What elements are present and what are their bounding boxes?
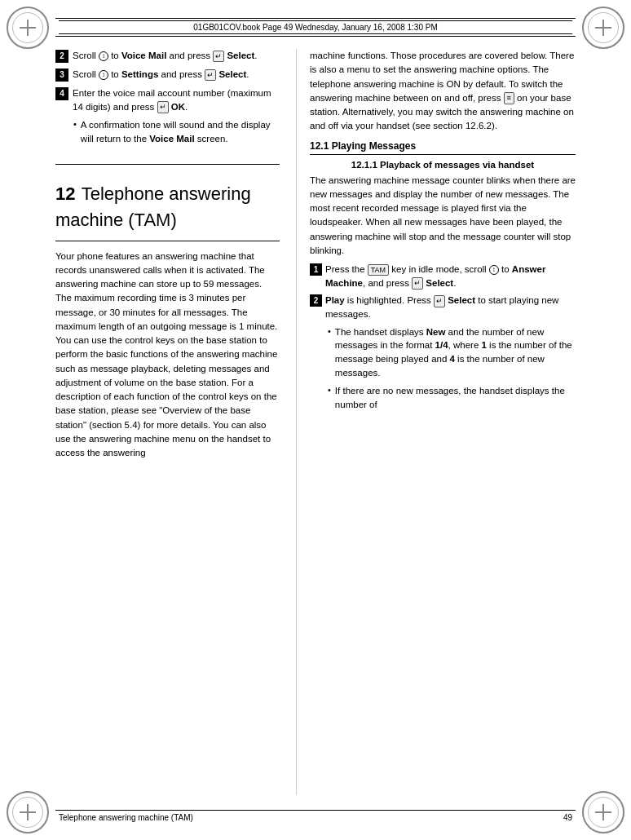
right-bullet-2: • If there are no new messages, the hand… <box>328 384 576 411</box>
right-step-2: 2 Play is highlighted. Press ↵ Select to… <box>310 294 576 321</box>
step-num-2: 2 <box>55 50 68 63</box>
right-step-num-1: 1 <box>310 263 322 276</box>
step-3: 3 Scroll ↕ to Settings and press ↵ Selec… <box>55 68 280 82</box>
right-step-2-content: Play is highlighted. Press ↵ Select to s… <box>325 294 576 321</box>
tam-key-icon: TAM <box>368 264 389 276</box>
subsection-12-1-1-heading: 12.1.1 Playback of messages via handset <box>310 160 576 170</box>
scroll-icon-r1: ↕ <box>489 265 499 275</box>
right-step-1: 1 Press the TAM key in idle mode, scroll… <box>310 263 576 290</box>
step-num-3: 3 <box>55 69 68 82</box>
subsection-12-1-1-body: The answering machine message counter bl… <box>310 174 576 259</box>
section-intro: Your phone features an answering machine… <box>55 250 280 461</box>
corner-decoration-tl <box>7 7 49 49</box>
left-column: 2 Scroll ↕ to Voice Mail and press ↵ Sel… <box>55 49 296 795</box>
header-text: 01GB01COV.book Page 49 Wednesday, Januar… <box>193 23 437 32</box>
corner-decoration-br <box>582 791 624 833</box>
right-bullet-1-text: The handset displays New and the number … <box>335 325 576 380</box>
scroll-icon: ↕ <box>99 51 108 61</box>
right-step-num-2: 2 <box>310 294 322 307</box>
select-icon-4a: ↵ <box>157 101 169 113</box>
step-4-content: Enter the voice mail account number (max… <box>73 86 280 113</box>
right-step-1-content: Press the TAM key in idle mode, scroll ↕… <box>325 263 576 290</box>
step-4-bullet-text: A confirmation tone will sound and the d… <box>81 118 280 145</box>
right-intro-text: machine functions. Those procedures are … <box>310 49 576 134</box>
right-bullet-2-text: If there are no new messages, the handse… <box>335 384 576 411</box>
select-icon-3a: ↵ <box>205 69 216 82</box>
footer-left: Telephone answering machine (TAM) <box>59 813 193 822</box>
corner-decoration-tr <box>582 7 624 49</box>
select-icon-r1: ↵ <box>412 277 423 290</box>
step-3-content: Scroll ↕ to Settings and press ↵ Select. <box>73 68 280 82</box>
right-bullet-1: • The handset displays New and the numbe… <box>328 325 576 380</box>
step-4: 4 Enter the voice mail account number (m… <box>55 86 280 113</box>
page-header: 01GB01COV.book Page 49 Wednesday, Januar… <box>55 18 576 37</box>
step-2-content: Scroll ↕ to Voice Mail and press ↵ Selec… <box>73 49 280 63</box>
select-icon-2a: ↵ <box>213 51 224 63</box>
page-footer: Telephone answering machine (TAM) 49 <box>55 810 576 822</box>
footer-right: 49 <box>563 813 572 822</box>
section-12-1-heading: 12.1 Playing Messages <box>310 140 576 155</box>
section-divider <box>55 164 280 165</box>
section-title-underline <box>55 241 280 241</box>
section-title: 12 Telephone answering machine (TAM) <box>55 179 280 232</box>
page: 01GB01COV.book Page 49 Wednesday, Januar… <box>0 0 631 840</box>
select-icon-r2: ↵ <box>434 295 445 307</box>
main-content: 2 Scroll ↕ to Voice Mail and press ↵ Sel… <box>55 49 576 795</box>
corner-decoration-bl <box>7 791 49 833</box>
scroll-icon-3: ↕ <box>99 70 108 80</box>
right-column: machine functions. Those procedures are … <box>296 49 576 795</box>
step-4-bullet: • A confirmation tone will sound and the… <box>73 118 280 145</box>
base-key-icon: ≡ <box>504 92 514 104</box>
step-2: 2 Scroll ↕ to Voice Mail and press ↵ Sel… <box>55 49 280 63</box>
step-num-4: 4 <box>55 87 68 100</box>
